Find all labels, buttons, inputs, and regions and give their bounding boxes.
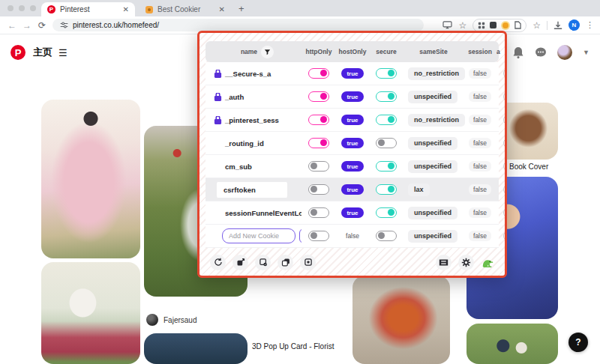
chevron-down-icon[interactable]: ▼ bbox=[583, 49, 590, 56]
cookie-name-cell: _pinterest_sess bbox=[213, 116, 302, 124]
tab-best-cookier[interactable]: Best Cookier ✕ bbox=[140, 2, 231, 16]
cast-icon[interactable] bbox=[442, 21, 452, 29]
dino-icon[interactable] bbox=[481, 256, 494, 268]
httponly-toggle[interactable] bbox=[308, 115, 329, 125]
secure-toggle[interactable] bbox=[376, 207, 397, 218]
home-nav-label[interactable]: 主页 bbox=[33, 46, 52, 59]
settings-gear-icon[interactable] bbox=[458, 255, 474, 270]
cookie-row[interactable]: _routing_idtrueunspecifiedfalse bbox=[206, 132, 499, 155]
secure-toggle[interactable] bbox=[376, 184, 397, 195]
browser-profile-avatar[interactable]: N bbox=[568, 19, 580, 31]
clipped-next-column-toggle[interactable] bbox=[503, 115, 507, 125]
forward-icon[interactable]: → bbox=[20, 20, 34, 31]
secure-toggle-cell bbox=[369, 91, 404, 102]
new-tab-button[interactable]: + bbox=[238, 3, 244, 14]
httponly-toggle[interactable] bbox=[308, 184, 329, 195]
document-icon[interactable] bbox=[514, 21, 521, 29]
session-value: false bbox=[469, 138, 491, 148]
hostonly-value: true bbox=[341, 68, 363, 79]
httponly-toggle[interactable] bbox=[308, 161, 329, 172]
add-new-cookie-input[interactable] bbox=[222, 228, 296, 243]
clipped-next-column-toggle[interactable] bbox=[503, 184, 507, 195]
samesite-value[interactable]: unspecified bbox=[408, 137, 458, 150]
clipped-next-column-toggle[interactable] bbox=[503, 161, 507, 172]
dark-extension-icon[interactable] bbox=[490, 22, 496, 28]
session-value: false bbox=[469, 161, 491, 172]
back-icon[interactable]: ← bbox=[4, 20, 20, 31]
samesite-value[interactable]: unspecified bbox=[408, 207, 458, 219]
notifications-bell-icon[interactable] bbox=[512, 46, 524, 58]
samesite-value[interactable]: unspecified bbox=[408, 91, 458, 103]
copy-icon[interactable] bbox=[278, 255, 293, 270]
bookmark-star-icon[interactable]: ☆ bbox=[458, 20, 466, 31]
grid-icon[interactable] bbox=[478, 22, 485, 29]
secure-toggle[interactable] bbox=[376, 161, 397, 172]
samesite-value[interactable]: lax bbox=[408, 183, 430, 196]
pin-orange-person-photo[interactable] bbox=[352, 276, 450, 364]
session-cell: false bbox=[464, 91, 496, 102]
delete-all-icon[interactable] bbox=[300, 255, 316, 270]
cookie-row[interactable]: sessionFunnelEventLotrueunspecifiedfalse bbox=[206, 201, 499, 225]
window-controls[interactable] bbox=[8, 5, 36, 11]
httponly-toggle[interactable] bbox=[308, 91, 329, 102]
pin-floral-illustration[interactable] bbox=[41, 100, 140, 258]
pin-green-couple-illustration[interactable] bbox=[466, 324, 558, 364]
tab-pinterest[interactable]: P Pinterest ✕ bbox=[41, 2, 135, 16]
star-outline-icon[interactable]: ☆ bbox=[532, 20, 541, 31]
samesite-value[interactable]: no_restriction bbox=[408, 67, 465, 80]
hamburger-icon[interactable]: ☰ bbox=[58, 47, 68, 58]
clipped-value-input[interactable] bbox=[299, 228, 302, 243]
hostonly-value-cell: true bbox=[336, 207, 369, 218]
secure-toggle[interactable] bbox=[376, 68, 397, 79]
samesite-value[interactable]: unspecified bbox=[408, 160, 458, 173]
httponly-toggle[interactable] bbox=[308, 138, 329, 148]
messages-chat-icon[interactable] bbox=[535, 46, 547, 58]
samesite-value[interactable]: no_restriction bbox=[408, 114, 465, 127]
reload-icon[interactable]: ⟳ bbox=[34, 20, 50, 31]
secure-toggle[interactable] bbox=[376, 115, 397, 125]
httponly-toggle[interactable] bbox=[308, 68, 329, 79]
cookier-extension-icon[interactable] bbox=[501, 21, 510, 30]
clipped-next-column-toggle[interactable] bbox=[503, 207, 507, 218]
clipped-next-column-toggle[interactable] bbox=[503, 138, 507, 148]
cookie-row[interactable]: cm_subtrueunspecifiedfalse bbox=[206, 155, 499, 178]
pin-dark-photo[interactable] bbox=[144, 333, 248, 364]
secure-toggle[interactable] bbox=[376, 138, 397, 148]
pin-user-attribution[interactable]: Fajersaud bbox=[146, 314, 196, 326]
samesite-cell: unspecified bbox=[404, 207, 464, 219]
pin-watermelon-illustration[interactable] bbox=[41, 262, 140, 364]
clipped-next-column-toggle[interactable] bbox=[503, 231, 507, 241]
cookie-row[interactable]: _authtrueunspecifiedfalse bbox=[206, 85, 499, 109]
tab-close-icon[interactable]: ✕ bbox=[219, 5, 225, 13]
user-name: Fajersaud bbox=[164, 316, 196, 324]
tab-close-icon[interactable]: ✕ bbox=[123, 5, 129, 13]
cookie-row[interactable]: __Secure-s_atrueno_restrictionfalse bbox=[206, 62, 499, 85]
secure-toggle[interactable] bbox=[376, 231, 397, 241]
menu-kebab-icon[interactable]: ⋮ bbox=[586, 20, 594, 30]
pin-florist-card[interactable] bbox=[252, 276, 348, 336]
export-icon[interactable] bbox=[255, 255, 271, 270]
pin-caption-florist[interactable]: 3D Pop Up Card - Florist bbox=[252, 342, 334, 351]
httponly-toggle[interactable] bbox=[308, 207, 329, 218]
pin-caption-book-cover[interactable]: Book Cover bbox=[509, 163, 548, 171]
add-cookie-row[interactable]: falseunspecifiedfalse bbox=[206, 225, 499, 248]
cookie-row[interactable]: csrftokentruelaxfalse bbox=[206, 178, 499, 201]
help-button[interactable]: ? bbox=[568, 333, 588, 352]
address-bar[interactable]: pinterest.co.uk/homefeed/ bbox=[52, 19, 424, 31]
samesite-value[interactable]: unspecified bbox=[408, 230, 458, 243]
download-icon[interactable] bbox=[554, 21, 562, 30]
refresh-icon[interactable] bbox=[210, 255, 226, 270]
cookie-row[interactable]: _pinterest_sesstrueno_restrictionfalse bbox=[206, 109, 499, 132]
hostonly-value: true bbox=[341, 138, 363, 148]
filter-funnel-icon[interactable] bbox=[261, 46, 274, 58]
secure-toggle[interactable] bbox=[376, 91, 397, 102]
session-cell: false bbox=[464, 184, 496, 195]
httponly-toggle[interactable] bbox=[308, 231, 329, 241]
import-icon[interactable] bbox=[232, 255, 248, 270]
expand-window-icon[interactable] bbox=[436, 255, 452, 270]
pinterest-profile-avatar[interactable] bbox=[557, 45, 572, 60]
clipped-next-column-toggle[interactable] bbox=[503, 91, 507, 102]
clipped-next-column-toggle[interactable] bbox=[503, 68, 507, 79]
cookie-name-editbox[interactable]: csrftoken bbox=[218, 182, 286, 198]
pinterest-logo[interactable]: P bbox=[10, 45, 26, 60]
